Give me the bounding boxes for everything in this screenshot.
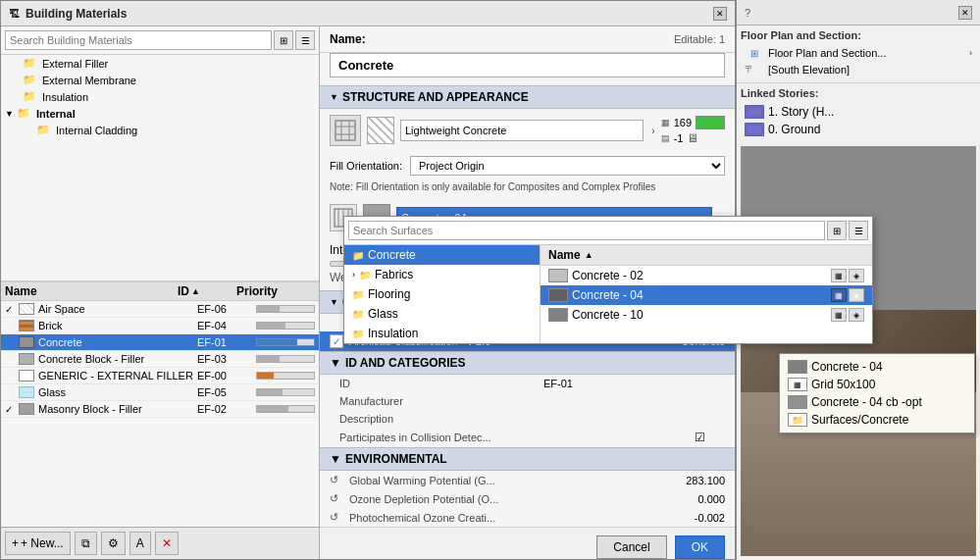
- env-value-0: 283.100: [686, 475, 725, 486]
- env-row-2: ↺ Photochemical Ozone Creati... -0.002: [320, 508, 735, 527]
- window-controls: ✕: [713, 7, 727, 21]
- duplicate-button[interactable]: ⧉: [75, 532, 97, 555]
- material-name-value: Concrete: [330, 53, 725, 77]
- text-button[interactable]: A: [129, 532, 151, 555]
- floor-plan-item[interactable]: ⊞ Floor Plan and Section... ›: [741, 45, 976, 61]
- story-section: Linked Stories: 1. Story (H... 0. Ground: [737, 82, 980, 142]
- table-row[interactable]: Concrete Block - Filler EF-03: [1, 351, 319, 368]
- floor-expand-icon[interactable]: ›: [969, 48, 972, 58]
- table-row[interactable]: Brick EF-04: [1, 318, 319, 334]
- fill-orientation-label: Fill Orientation:: [330, 160, 402, 172]
- popup-item-concrete10[interactable]: Concrete - 10 ▦ ◈: [541, 305, 872, 325]
- env-recycle-icon-0: ↺: [330, 474, 345, 486]
- title-bar: 🏗 Building Materials ✕: [1, 1, 735, 26]
- manufacturer-label: Manufacturer: [339, 395, 536, 407]
- hatch-value: 169: [674, 117, 692, 128]
- tooltip-folder-icon: 📁: [788, 413, 807, 427]
- cancel-button[interactable]: Cancel: [596, 535, 666, 559]
- new-material-button[interactable]: + + New...: [5, 532, 71, 555]
- id-value: EF-01: [543, 378, 573, 389]
- settings-icon: ⚙: [108, 536, 119, 550]
- manufacturer-row: Manufacturer: [320, 392, 735, 410]
- surface-search-input[interactable]: [348, 221, 825, 240]
- folder-icon: 📁: [352, 289, 364, 300]
- structure-section-header: ▼ STRUCTURE AND APPEARANCE: [320, 85, 735, 109]
- fill-note: Note: Fill Orientation is only available…: [320, 179, 735, 198]
- view-grid-icon[interactable]: ⊞: [274, 30, 293, 50]
- table-row[interactable]: Glass EF-05: [1, 384, 319, 401]
- hatch-icon: ▦: [661, 118, 670, 127]
- collision-label: Participates in Collision Detec...: [339, 432, 536, 443]
- popup-folder-glass[interactable]: 📁 Glass: [344, 304, 540, 324]
- classification-check[interactable]: ✓: [330, 334, 343, 348]
- tree-item-internal-cladding[interactable]: 📁Internal Cladding: [1, 122, 319, 138]
- story-item-0[interactable]: 0. Ground: [741, 121, 976, 138]
- green-color-box[interactable]: [696, 116, 725, 129]
- floor-section-header: Floor Plan and Section:: [741, 29, 976, 41]
- structure-expand-icon[interactable]: ›: [651, 126, 654, 136]
- tooltip-popup: Concrete - 04 ▦ Grid 50x100 Concrete - 0…: [779, 353, 975, 433]
- tooltip-row-0: Concrete - 04: [788, 358, 966, 376]
- popup-item-concrete04[interactable]: Concrete - 04 ▦ ◈: [541, 285, 872, 305]
- tree-item-internal[interactable]: ▼📁Internal: [1, 105, 319, 122]
- popup-folder-concrete[interactable]: 📁 Concrete: [344, 245, 540, 265]
- description-row: Description: [320, 410, 735, 428]
- id-field-label: ID: [339, 378, 536, 389]
- settings-button[interactable]: ⚙: [101, 532, 126, 555]
- delete-button[interactable]: ✕: [155, 532, 179, 555]
- popup-item-concrete02[interactable]: Concrete - 02 ▦ ◈: [541, 266, 872, 285]
- texture-icon[interactable]: ▦: [831, 288, 847, 302]
- floor-section: Floor Plan and Section: ⊞ Floor Plan and…: [737, 25, 980, 82]
- table-row[interactable]: Concrete EF-01: [1, 334, 319, 351]
- ok-button[interactable]: OK: [675, 535, 725, 559]
- sort-icon: ▲: [585, 250, 593, 260]
- svg-rect-11: [746, 124, 763, 135]
- surface-list-view-icon[interactable]: ☰: [849, 221, 868, 240]
- material-icon[interactable]: ◈: [849, 308, 864, 322]
- search-input[interactable]: [5, 30, 272, 50]
- material-icon[interactable]: ◈: [849, 269, 864, 282]
- close-button[interactable]: ✕: [713, 7, 727, 21]
- structure-row: Lightweight Concrete › ▦ 169 ▤ -1 🖥: [320, 109, 735, 152]
- view-list-icon[interactable]: ☰: [295, 30, 315, 50]
- hatch2-icon: ▤: [661, 133, 670, 143]
- tree-item-external-filler[interactable]: 📁External Filler: [1, 55, 319, 72]
- delete-icon: ✕: [162, 536, 172, 550]
- structure-name[interactable]: Lightweight Concrete: [400, 120, 644, 141]
- preview-area: [741, 146, 976, 556]
- tooltip-row-1: ▦ Grid 50x100: [788, 376, 966, 393]
- story-item-1[interactable]: 1. Story (H...: [741, 103, 976, 121]
- tree-item-insulation[interactable]: 📁Insulation: [1, 88, 319, 105]
- popup-folder-insulation[interactable]: 📁 Insulation: [344, 324, 540, 343]
- surface-popup: ⊞ ☰ 📁 Concrete › 📁 Fabrics 📁 Flooring 📁 …: [343, 216, 873, 344]
- fill-orientation-row: Fill Orientation: Project Origin: [320, 152, 735, 179]
- popup-folder-fabrics[interactable]: › 📁 Fabrics: [344, 265, 540, 284]
- elevation-item[interactable]: 〒 [South Elevation]: [741, 61, 976, 78]
- collision-checkbox[interactable]: ☑: [695, 431, 705, 444]
- story0-label: 0. Ground: [768, 123, 820, 136]
- fill-orientation-select[interactable]: Project Origin: [410, 156, 725, 176]
- svg-rect-0: [335, 121, 355, 140]
- side-close-button[interactable]: ✕: [958, 6, 972, 20]
- concrete02-swatch: [548, 269, 568, 282]
- structure-controls: ▦ 169 ▤ -1 🖥: [661, 116, 725, 145]
- popup-right-panel: Name ▲ Concrete - 02 ▦ ◈ Concrete - 04 ▦…: [541, 245, 872, 343]
- table-row[interactable]: ✓ Masonry Block - Filler EF-02: [1, 401, 319, 418]
- app-icon: 🏗: [9, 8, 20, 20]
- texture-icon[interactable]: ▦: [831, 308, 847, 322]
- surface-grid-view-icon[interactable]: ⊞: [827, 221, 847, 240]
- texture-icon[interactable]: ▦: [831, 269, 847, 282]
- material-tree: 📁External Filler 📁External Membrane 📁Ins…: [1, 55, 319, 281]
- popup-search-row: ⊞ ☰: [344, 217, 872, 245]
- tree-item-external-membrane[interactable]: 📁External Membrane: [1, 72, 319, 88]
- tooltip-row-3: 📁 Surfaces/Concrete: [788, 411, 966, 429]
- materials-table-header: Name ID ▲ Priority: [1, 281, 319, 301]
- table-row[interactable]: ✓ Air Space EF-06: [1, 301, 319, 318]
- table-row[interactable]: GENERIC - EXTERNAL FILLER EF-00: [1, 368, 319, 384]
- help-button[interactable]: ?: [745, 7, 750, 19]
- popup-folder-flooring[interactable]: 📁 Flooring: [344, 284, 540, 304]
- story1-label: 1. Story (H...: [768, 105, 834, 119]
- popup-left-panel: 📁 Concrete › 📁 Fabrics 📁 Flooring 📁 Glas…: [344, 245, 541, 343]
- window-title: Building Materials: [26, 7, 707, 21]
- material-icon[interactable]: ◈: [849, 288, 864, 302]
